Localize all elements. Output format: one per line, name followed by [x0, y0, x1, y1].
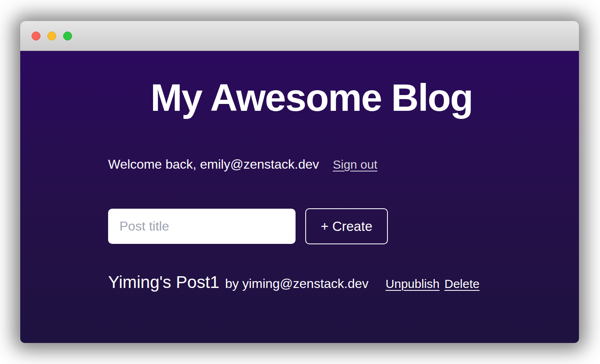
create-post-button[interactable]: + Create — [305, 208, 388, 244]
post-title-input[interactable] — [108, 209, 296, 244]
app-content: My Awesome Blog Welcome back, emily@zens… — [20, 51, 579, 343]
window-titlebar — [20, 21, 579, 51]
screenshot-stage: My Awesome Blog Welcome back, emily@zens… — [0, 0, 600, 364]
app-window: My Awesome Blog Welcome back, emily@zens… — [20, 21, 579, 343]
content-container: My Awesome Blog Welcome back, emily@zens… — [108, 51, 515, 292]
sign-out-link[interactable]: Sign out — [333, 158, 377, 171]
post-title-text: Yiming's Post1 — [108, 273, 219, 292]
delete-link[interactable]: Delete — [445, 277, 480, 291]
page-title: My Awesome Blog — [108, 51, 515, 120]
minimize-button[interactable] — [47, 32, 56, 40]
post-composer: + Create — [108, 208, 515, 244]
post-list-item: Yiming's Post1 by yiming@zenstack.dev Un… — [108, 273, 515, 292]
welcome-text: Welcome back, emily@zenstack.dev — [108, 157, 319, 172]
post-author-text: by yiming@zenstack.dev — [225, 276, 368, 291]
post-actions: Unpublish Delete — [385, 277, 479, 291]
unpublish-link[interactable]: Unpublish — [385, 277, 439, 291]
zoom-button[interactable] — [63, 32, 72, 40]
close-button[interactable] — [32, 32, 40, 40]
user-bar: Welcome back, emily@zenstack.dev Sign ou… — [108, 157, 515, 172]
window-controls — [32, 32, 79, 40]
